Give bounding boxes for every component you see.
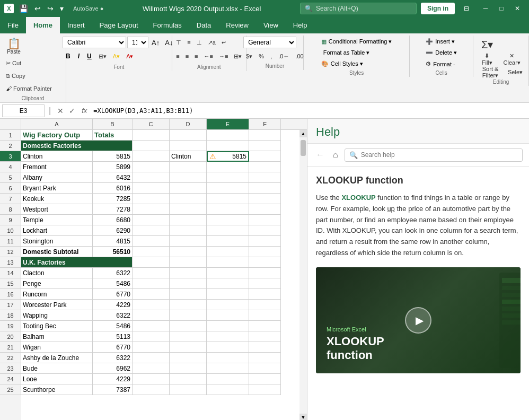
fill-button[interactable]: ⬇ Fill▾ [477, 54, 497, 65]
cell-e5[interactable] [207, 172, 249, 183]
cell-a18[interactable]: Wapping [21, 310, 93, 321]
align-bottom-button[interactable]: ⊥ [194, 37, 205, 48]
close-button[interactable]: ✕ [510, 2, 525, 15]
cell-a22[interactable]: Ashby de la Zouche [21, 353, 93, 363]
cell-reference-box[interactable] [2, 104, 45, 117]
align-right-button[interactable]: ≡ [192, 50, 200, 62]
cell-c25[interactable] [133, 384, 170, 395]
cell-f10[interactable] [249, 225, 281, 236]
tab-page-layout[interactable]: Page Layout [92, 17, 146, 33]
row-header-14[interactable]: 14 [0, 268, 21, 278]
cell-d12[interactable] [170, 247, 207, 257]
borders-button[interactable]: ⊞▾ [96, 50, 109, 62]
tab-help[interactable]: Help [286, 17, 315, 33]
cell-d25[interactable] [170, 384, 207, 395]
cell-c14[interactable] [133, 268, 170, 278]
cell-e23[interactable] [207, 363, 249, 374]
tab-file[interactable]: File [0, 17, 26, 33]
help-search-input[interactable] [361, 151, 518, 159]
sign-in-button[interactable]: Sign in [421, 3, 455, 14]
vertical-scrollbar[interactable]: ▲ ▼ [299, 130, 307, 420]
cell-f18[interactable] [249, 310, 281, 321]
row-header-12[interactable]: 12 [0, 247, 21, 257]
cell-e25[interactable] [207, 384, 249, 395]
cell-e20[interactable] [207, 331, 249, 342]
cell-e7[interactable] [207, 194, 249, 204]
row-header-24[interactable]: 24 [0, 374, 21, 384]
cell-f6[interactable] [249, 183, 281, 194]
merge-center-button[interactable]: ⊞▾ [231, 50, 244, 62]
cell-e15[interactable] [207, 278, 249, 289]
cell-a8[interactable]: Westport [21, 204, 93, 215]
cut-button[interactable]: ✂ Cut [3, 57, 55, 69]
cell-e9[interactable] [207, 215, 249, 225]
cell-f12[interactable] [249, 247, 281, 257]
cell-a13[interactable]: U.K. Factories [21, 257, 133, 268]
cell-f11[interactable] [249, 236, 281, 247]
fill-color-button[interactable]: A▾ [110, 50, 122, 62]
row-header-16[interactable]: 16 [0, 289, 21, 300]
row-header-18[interactable]: 18 [0, 310, 21, 321]
font-family-select[interactable]: Calibri [63, 37, 126, 48]
col-header-e[interactable]: E [207, 119, 249, 129]
cell-styles-button[interactable]: 🎨 Cell Styles ▾ [316, 59, 368, 69]
font-size-select[interactable]: 11 [127, 37, 148, 48]
cell-c11[interactable] [133, 236, 170, 247]
cell-a23[interactable]: Bude [21, 363, 93, 374]
cell-d16[interactable] [170, 289, 207, 300]
cell-a21[interactable]: Wigan [21, 342, 93, 353]
cell-f9[interactable] [249, 215, 281, 225]
cell-f25[interactable] [249, 384, 281, 395]
conditional-formatting-button[interactable]: ▦ Conditional Formatting ▾ [316, 37, 397, 47]
search-box[interactable]: 🔍 Search (Alt+Q) [300, 3, 417, 14]
cell-b20[interactable]: 5113 [93, 331, 133, 342]
cell-b3[interactable]: 5815 [93, 151, 133, 162]
decrease-indent-button[interactable]: ←≡ [201, 50, 215, 62]
col-header-d[interactable]: D [170, 119, 207, 129]
cell-b17[interactable]: 4229 [93, 300, 133, 310]
cell-e1[interactable] [207, 130, 249, 141]
redo-quick-btn[interactable]: ↪ [45, 3, 56, 14]
cell-a1[interactable]: Wig Factory Outp [21, 130, 93, 141]
cell-b15[interactable]: 5486 [93, 278, 133, 289]
minimize-button[interactable]: ─ [478, 2, 493, 15]
cell-c20[interactable] [133, 331, 170, 342]
cell-d5[interactable] [170, 172, 207, 183]
row-header-2[interactable]: 2 [0, 141, 21, 151]
cell-a2[interactable]: Domestic Factories [21, 141, 133, 151]
format-cells-button[interactable]: ⚙ Format - [421, 59, 460, 69]
cell-d14[interactable] [170, 268, 207, 278]
cell-e17[interactable] [207, 300, 249, 310]
tab-data[interactable]: Data [189, 17, 218, 33]
cell-d1[interactable] [170, 130, 207, 141]
row-header-22[interactable]: 22 [0, 353, 21, 363]
cell-f22[interactable] [249, 353, 281, 363]
cell-b22[interactable]: 6322 [93, 353, 133, 363]
orientation-button[interactable]: ↗a [205, 37, 218, 48]
align-left-button[interactable]: ≡ [173, 50, 182, 62]
row-header-20[interactable]: 20 [0, 331, 21, 342]
delete-cells-button[interactable]: ➖ Delete ▾ [421, 48, 462, 58]
cell-b12[interactable]: 56510 [93, 247, 133, 257]
cell-a3[interactable]: Clinton [21, 151, 93, 162]
increase-indent-button[interactable]: →≡ [216, 50, 231, 62]
scroll-down-button[interactable]: ▼ [299, 414, 307, 420]
select-all-button[interactable] [0, 119, 21, 129]
cell-f5[interactable] [249, 172, 281, 183]
cell-a25[interactable]: Scunthorpe [21, 384, 93, 395]
tab-home[interactable]: Home [26, 17, 60, 33]
italic-button[interactable]: I [75, 50, 83, 62]
cell-e8[interactable] [207, 204, 249, 215]
sort-filter-button[interactable]: Sort & Filter▾ [477, 66, 504, 78]
cell-f13[interactable] [249, 257, 281, 268]
cell-e10[interactable] [207, 225, 249, 236]
row-header-5[interactable]: 5 [0, 172, 21, 183]
cell-e21[interactable] [207, 342, 249, 353]
row-header-21[interactable]: 21 [0, 342, 21, 353]
cell-c23[interactable] [133, 363, 170, 374]
col-header-f[interactable]: F [249, 119, 281, 129]
cell-c2[interactable] [133, 141, 170, 151]
row-header-4[interactable]: 4 [0, 162, 21, 172]
cell-d15[interactable] [170, 278, 207, 289]
bold-button[interactable]: B [63, 50, 74, 62]
